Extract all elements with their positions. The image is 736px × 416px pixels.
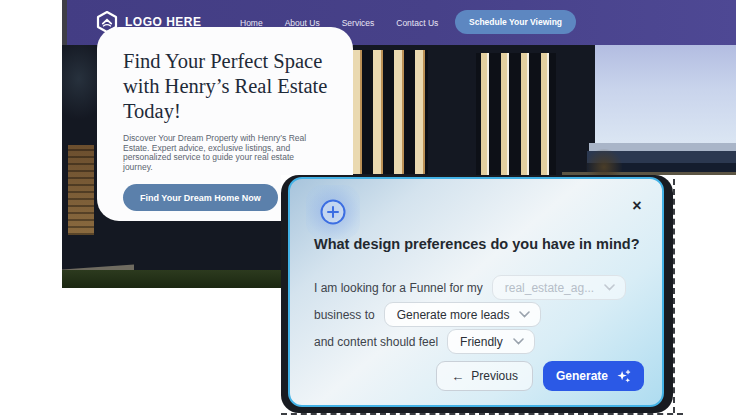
chevron-down-icon xyxy=(513,338,524,345)
tone-select[interactable]: Friendly xyxy=(447,329,535,354)
goal-select[interactable]: Generate more leads xyxy=(384,302,542,327)
chevron-down-icon xyxy=(519,311,530,318)
lit-windows-group-b xyxy=(476,53,556,178)
field-label: business to xyxy=(314,308,375,322)
arrow-left-icon: ← xyxy=(451,370,464,383)
nav-item-contact[interactable]: Contact Us xyxy=(396,18,438,28)
hero-title: Find Your Perfect Space with Henry’s Rea… xyxy=(123,49,331,124)
industry-select[interactable]: real_estate_ag... xyxy=(492,275,626,300)
generate-button-label: Generate xyxy=(556,369,608,383)
industry-select-value: real_estate_ag... xyxy=(505,281,594,295)
goal-select-value: Generate more leads xyxy=(397,308,510,322)
design-preferences-modal: × What design preferences do you have in… xyxy=(288,177,664,407)
previous-button[interactable]: ← Previous xyxy=(436,361,533,391)
tone-select-value: Friendly xyxy=(460,335,503,349)
selection-dashed-right xyxy=(673,179,675,413)
field-label: and content should feel xyxy=(314,335,438,349)
sparkle-icon xyxy=(616,369,631,384)
field-row-content-tone: and content should feel Friendly xyxy=(314,329,535,354)
hero-description: Discover Your Dream Property with Henry’… xyxy=(123,134,313,172)
find-dream-home-button[interactable]: Find Your Dream Home Now xyxy=(123,184,278,211)
lit-brick-wall xyxy=(68,145,94,235)
generate-button[interactable]: Generate xyxy=(543,361,644,391)
modal-title: What design preferences do you have in m… xyxy=(314,236,644,252)
close-icon[interactable]: × xyxy=(628,197,646,215)
chevron-down-icon xyxy=(604,284,615,291)
modal-fragment: × What design preferences do you have in… xyxy=(281,175,736,416)
field-row-business-goal: business to Generate more leads xyxy=(314,302,541,327)
site-header-edge xyxy=(62,0,67,45)
previous-button-label: Previous xyxy=(471,369,518,383)
sky-area xyxy=(595,45,736,144)
schedule-viewing-button[interactable]: Schedule Your Viewing xyxy=(455,10,576,34)
nav-item-services[interactable]: Services xyxy=(342,18,375,28)
plus-circle-icon xyxy=(319,198,347,226)
field-row-funnel-for: I am looking for a Funnel for my real_es… xyxy=(314,275,626,300)
nav-item-about[interactable]: About Us xyxy=(285,18,320,28)
field-label: I am looking for a Funnel for my xyxy=(314,281,483,295)
selection-dashed-bottom xyxy=(281,413,683,415)
lit-windows-group-a xyxy=(348,50,428,174)
modal-footer: ← Previous Generate xyxy=(436,361,644,391)
screenshot-canvas: LOGO HERE Home About Us Services Contact… xyxy=(0,0,736,416)
nav-item-home[interactable]: Home xyxy=(240,18,263,28)
